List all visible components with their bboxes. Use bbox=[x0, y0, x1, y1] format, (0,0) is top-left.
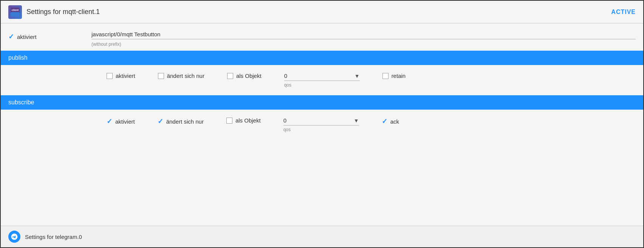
publish-qos-dropdown-arrow[interactable]: ▼ bbox=[355, 73, 360, 79]
publish-aktiviert-item[interactable]: aktiviert bbox=[107, 73, 135, 79]
svg-rect-1 bbox=[11, 12, 20, 17]
top-check-icon: ✓ bbox=[8, 33, 14, 41]
subscribe-aktiviert-label: aktiviert bbox=[115, 118, 135, 125]
publish-aktiviert-label: aktiviert bbox=[116, 73, 135, 79]
top-aktiviert-label: aktiviert bbox=[17, 34, 37, 40]
subscribe-qos-value: 0 bbox=[283, 117, 352, 124]
subscribe-alsobjekt-checkbox[interactable] bbox=[226, 118, 232, 124]
publish-label: publish bbox=[8, 54, 28, 61]
publish-alsobjekt-checkbox[interactable] bbox=[227, 73, 233, 79]
subscribe-ack-item[interactable]: ✓ ack bbox=[382, 117, 399, 126]
publish-qos-select[interactable]: 0 ▼ bbox=[284, 73, 360, 81]
subscribe-qos-label: qos bbox=[283, 127, 359, 132]
top-aktiviert-check[interactable]: ✓ aktiviert bbox=[8, 31, 91, 41]
app-window: client Settings for mqtt-client.1 ACTIVE… bbox=[0, 0, 644, 248]
subscribe-aktiviert-check-icon: ✓ bbox=[107, 117, 112, 126]
subscribe-ack-check-icon: ✓ bbox=[382, 117, 387, 126]
topic-value: javascript/0/mqtt Testbutton bbox=[91, 31, 636, 39]
subscribe-aendert-label: ändert sich nur bbox=[166, 118, 204, 125]
publish-aendert-checkbox[interactable] bbox=[158, 73, 164, 79]
header: client Settings for mqtt-client.1 ACTIVE bbox=[1, 1, 643, 23]
topic-hint: (without prefix) bbox=[91, 42, 636, 47]
subscribe-alsobjekt-label: als Objekt bbox=[235, 117, 261, 124]
publish-qos-area: 0 ▼ qos bbox=[284, 73, 360, 88]
subscribe-options-row: ✓ aktiviert ✓ ändert sich nur als Objekt… bbox=[1, 110, 643, 140]
subscribe-alsobjekt-item[interactable]: als Objekt bbox=[226, 117, 261, 124]
subscribe-qos-area: 0 ▼ qos bbox=[283, 117, 359, 132]
subscribe-aendert-item[interactable]: ✓ ändert sich nur bbox=[158, 117, 204, 126]
topic-area: javascript/0/mqtt Testbutton (without pr… bbox=[91, 31, 636, 47]
header-left: client Settings for mqtt-client.1 bbox=[8, 5, 100, 19]
publish-retain-checkbox[interactable] bbox=[382, 73, 389, 79]
top-aktiviert-row: ✓ aktiviert javascript/0/mqtt Testbutton… bbox=[1, 23, 643, 51]
publish-header: publish bbox=[1, 51, 643, 65]
svg-text:client: client bbox=[12, 9, 19, 11]
publish-qos-label: qos bbox=[284, 82, 360, 88]
footer[interactable]: Settings for telegram.0 bbox=[1, 226, 643, 247]
window-title: Settings for mqtt-client.1 bbox=[26, 8, 100, 16]
subscribe-header: subscribe bbox=[1, 95, 643, 110]
subscribe-qos-select[interactable]: 0 ▼ bbox=[283, 117, 359, 126]
subscribe-label: subscribe bbox=[8, 99, 34, 105]
subscribe-qos-dropdown-arrow[interactable]: ▼ bbox=[354, 118, 359, 124]
publish-alsobjekt-item[interactable]: als Objekt bbox=[227, 73, 262, 79]
telegram-icon bbox=[8, 231, 20, 243]
publish-retain-label: retain bbox=[392, 73, 406, 79]
main-content: ✓ aktiviert javascript/0/mqtt Testbutton… bbox=[1, 23, 643, 226]
publish-options-row: aktiviert ändert sich nur als Objekt 0 ▼… bbox=[1, 65, 643, 95]
subscribe-aendert-check-icon: ✓ bbox=[158, 117, 163, 126]
subscribe-aktiviert-item[interactable]: ✓ aktiviert bbox=[107, 117, 135, 126]
subscribe-ack-label: ack bbox=[390, 118, 399, 125]
footer-title: Settings for telegram.0 bbox=[25, 234, 82, 240]
publish-qos-value: 0 bbox=[284, 73, 353, 79]
publish-aendert-item[interactable]: ändert sich nur bbox=[158, 73, 204, 79]
publish-alsobjekt-label: als Objekt bbox=[236, 73, 262, 79]
app-icon: client bbox=[8, 5, 22, 19]
status-badge: ACTIVE bbox=[611, 9, 636, 16]
publish-retain-item[interactable]: retain bbox=[382, 73, 406, 79]
publish-aendert-label: ändert sich nur bbox=[167, 73, 204, 79]
publish-aktiviert-checkbox[interactable] bbox=[107, 73, 113, 79]
